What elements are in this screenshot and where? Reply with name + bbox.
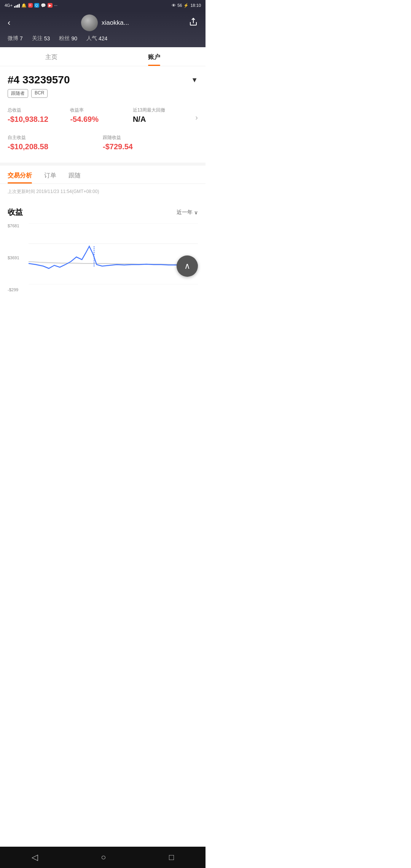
- back-button[interactable]: ‹: [8, 18, 21, 28]
- total-profit-label: 总收益: [8, 107, 70, 113]
- tab-main[interactable]: 主页: [0, 47, 103, 66]
- tag-row: 跟随者 BCR: [8, 89, 198, 98]
- y-label-bot: -$299: [8, 287, 29, 292]
- tab-account[interactable]: 账户: [103, 47, 206, 66]
- sub-tab-follow[interactable]: 跟随: [68, 172, 81, 183]
- chevron-down-icon: ∨: [194, 209, 198, 215]
- chart-container: $7681 $3691 -$299: [8, 223, 198, 292]
- total-profit-metric: 总收益 -$10,938.12: [8, 105, 70, 126]
- popularity-count: 424: [99, 35, 107, 41]
- follow-profit-label: 跟随收益: [103, 134, 198, 141]
- chevron-up-icon: ∧: [184, 261, 190, 271]
- y-label-mid: $3691: [8, 255, 29, 260]
- q-app-icon: Q: [34, 3, 39, 8]
- time-display: 18:10: [190, 3, 201, 8]
- video-icon: ▶: [48, 3, 53, 8]
- y-label-top: $7681: [8, 223, 29, 228]
- section-divider: [0, 163, 206, 166]
- chart-header: 收益 近一年 ∨: [8, 207, 198, 217]
- account-main: #4 33239570 ▼ 跟随者 BCR 总收益 -$10,938.12 收益…: [0, 66, 206, 153]
- popularity-stat: 人气 424: [86, 35, 107, 42]
- self-profit-metric: 自主收益 -$10,208.58: [8, 132, 103, 153]
- f-app-icon: F: [28, 3, 33, 8]
- following-stat: 关注 53: [32, 35, 50, 42]
- max-drawdown-value: N/A: [133, 115, 195, 124]
- max-drawdown-metric: 近13周最大回撤 N/A: [133, 105, 195, 126]
- carrier-icon: 4G+: [5, 3, 13, 8]
- chart-area: [29, 223, 198, 284]
- profile-stats: 微博 7 关注 53 粉丝 90 人气 424: [8, 35, 198, 42]
- bcr-tag: BCR: [31, 89, 48, 98]
- account-id: #4 33239570: [8, 74, 70, 86]
- profile-username: xiaokka...: [102, 19, 129, 27]
- weibo-count: 7: [20, 35, 23, 41]
- metrics-nav-chevron-icon[interactable]: ›: [195, 113, 198, 122]
- profit-rate-value: -54.69%: [70, 115, 132, 124]
- chart-section: 收益 近一年 ∨ $7681 $3691 -$299: [0, 201, 206, 300]
- share-button[interactable]: [189, 18, 198, 29]
- charging-icon: ⚡: [183, 3, 189, 8]
- fans-label: 粉丝: [59, 35, 70, 42]
- status-bar: 4G+ 🔔 F Q 💬 ▶ ··· 👁 56 ⚡ 18:10: [0, 0, 206, 11]
- more-icon: ···: [54, 3, 57, 8]
- chat-icon: 💬: [41, 3, 46, 8]
- self-profit-value: -$10,208.58: [8, 142, 103, 151]
- dropdown-arrow-icon[interactable]: ▼: [191, 76, 198, 84]
- notification-icon: 🔔: [21, 3, 27, 8]
- self-profit-label: 自主收益: [8, 134, 103, 141]
- signal-bars: [14, 3, 20, 8]
- status-right: 👁 56 ⚡ 18:10: [172, 3, 201, 8]
- fans-stat: 粉丝 90: [59, 35, 77, 42]
- total-profit-value: -$10,938.12: [8, 115, 70, 124]
- weibo-stat: 微博 7: [8, 35, 23, 42]
- follow-profit-metric: 跟随收益 -$729.54: [103, 132, 198, 153]
- max-drawdown-label: 近13周最大回撤: [133, 107, 195, 113]
- sub-tab-bar: 交易分析 订单 跟随: [0, 166, 206, 183]
- status-left: 4G+ 🔔 F Q 💬 ▶ ···: [5, 3, 57, 8]
- profile-header: ‹ xiaokka... 微博 7 关注: [0, 11, 206, 47]
- follow-profit-value: -$729.54: [103, 142, 198, 151]
- avatar: [81, 14, 98, 31]
- following-count: 53: [44, 35, 50, 41]
- sub-tab-analysis[interactable]: 交易分析: [8, 172, 32, 183]
- main-tab-bar: 主页 账户: [0, 47, 206, 66]
- profit-rate-metric: 收益率 -54.69%: [70, 105, 132, 126]
- eye-icon: 👁: [172, 3, 176, 8]
- nav-row: ‹ xiaokka...: [8, 14, 198, 31]
- update-time: 上次更新时间 2019/11/23 11:54(GMT+08:00): [0, 184, 206, 201]
- account-id-row: #4 33239570 ▼: [8, 74, 198, 86]
- fans-count: 90: [71, 35, 77, 41]
- chart-y-labels: $7681 $3691 -$299: [8, 223, 29, 292]
- sub-tab-orders[interactable]: 订单: [44, 172, 56, 183]
- weibo-label: 微博: [8, 35, 18, 42]
- chart-title: 收益: [8, 207, 23, 217]
- metrics-row2: 自主收益 -$10,208.58 跟随收益 -$729.54: [8, 132, 198, 153]
- battery-level: 56: [177, 3, 182, 8]
- follower-tag: 跟随者: [8, 89, 28, 98]
- profile-name-row: xiaokka...: [81, 14, 129, 31]
- profit-rate-label: 收益率: [70, 107, 132, 113]
- popularity-label: 人气: [86, 35, 97, 42]
- following-label: 关注: [32, 35, 43, 42]
- scroll-to-top-button[interactable]: ∧: [177, 255, 198, 277]
- chart-period-selector[interactable]: 近一年 ∨: [177, 209, 198, 216]
